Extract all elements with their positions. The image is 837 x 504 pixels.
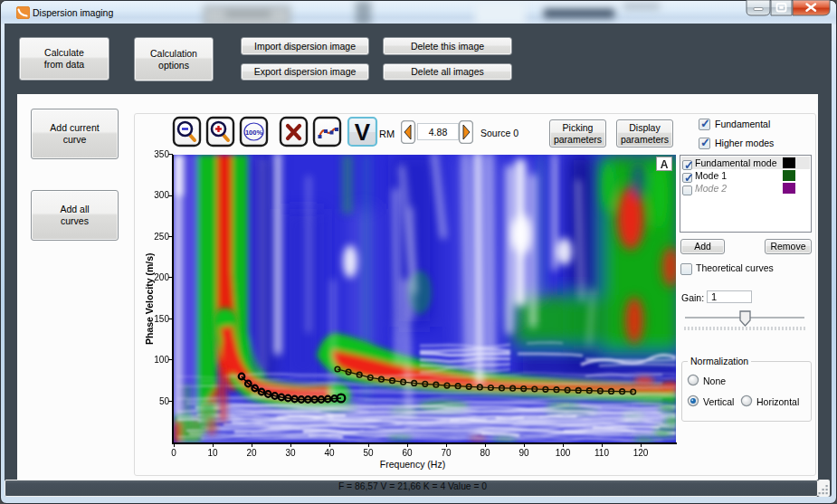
svg-text:100%: 100% bbox=[245, 128, 263, 137]
svg-text:A: A bbox=[661, 158, 669, 171]
svg-text:V: V bbox=[355, 119, 371, 146]
